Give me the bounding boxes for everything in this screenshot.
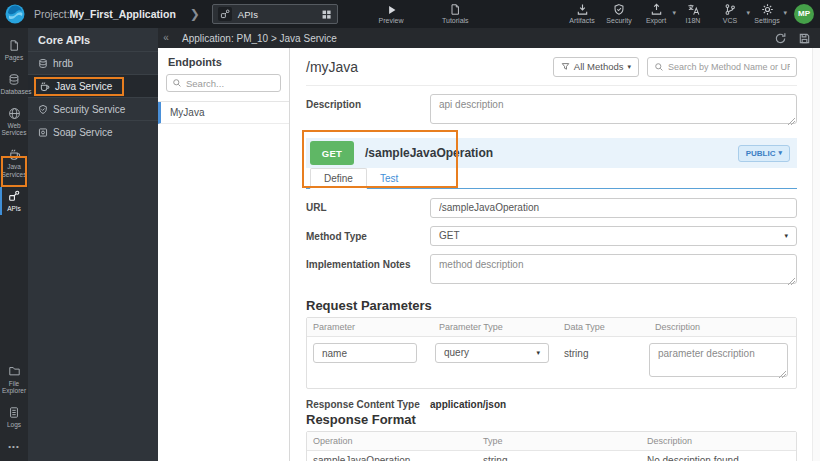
sidebar-item-pages[interactable]: Pages <box>0 35 28 65</box>
endpoints-title: Endpoints <box>158 48 289 74</box>
api-title: /myJava <box>306 59 358 75</box>
methods-filter-button[interactable]: All Methods ▾ <box>553 57 639 77</box>
tutorials-button[interactable]: Tutorials <box>442 3 469 24</box>
tab-test[interactable]: Test <box>367 169 411 188</box>
security-button[interactable]: Security <box>606 3 632 24</box>
upload-icon <box>650 3 663 16</box>
response-content-type-label: Response Content Type <box>306 399 430 410</box>
main-content: /myJava All Methods ▾ Description api de… <box>290 48 812 461</box>
search-icon <box>654 62 664 72</box>
response-content-type-row: Response Content Type application/json <box>306 399 797 410</box>
translate-icon <box>687 3 700 16</box>
caret-down-icon: ▾ <box>783 9 787 17</box>
breadcrumb: Application: PM_10 > Java Service <box>182 33 337 44</box>
shield-icon <box>613 3 625 16</box>
method-type-label: Method Type <box>306 226 430 242</box>
coffee-icon <box>8 148 21 161</box>
application-crumb-bar: « Application: PM_10 > Java Service <box>158 28 820 48</box>
logs-icon <box>8 406 20 419</box>
java-service-annotation: Java Service <box>34 77 124 96</box>
parameter-name-input[interactable] <box>313 343 417 363</box>
url-row: URL <box>306 197 797 218</box>
caret-down-icon: ▾ <box>784 232 788 240</box>
apis-tab-label: APIs <box>238 9 315 20</box>
left-icon-rail: Pages Databases Web Services Java Servic… <box>0 28 28 461</box>
service-item-java-service[interactable]: Java Service <box>28 74 158 97</box>
url-input[interactable] <box>430 198 797 218</box>
service-item-hrdb[interactable]: hrdb <box>28 51 158 74</box>
i18n-button[interactable]: I18N <box>680 3 706 24</box>
rail-more-button[interactable]: ••• <box>8 436 19 461</box>
description-textarea[interactable]: api description <box>430 94 797 124</box>
app-window: Project:My_First_Application ❯ APIs Prev… <box>0 0 820 461</box>
response-content-type-value: application/json <box>430 399 506 410</box>
gear-icon <box>761 3 774 16</box>
response-format-header: Operation Type Description <box>307 432 796 451</box>
endpoint-item-myjava[interactable]: MyJava <box>158 102 289 124</box>
method-type-row: Method Type GET ▾ <box>306 226 797 246</box>
top-bar: Project:My_First_Application ❯ APIs Prev… <box>0 0 820 28</box>
refresh-icon[interactable] <box>774 32 787 45</box>
soap-service-icon <box>38 127 48 138</box>
service-item-security-service[interactable]: Security Service <box>28 97 158 120</box>
request-parameters-table: Parameter Parameter Type Data Type Descr… <box>306 317 797 389</box>
database-icon <box>38 58 48 69</box>
branch-icon <box>724 3 736 16</box>
shield-icon <box>38 104 48 115</box>
play-icon <box>386 3 397 16</box>
project-name[interactable]: Project:My_First_Application <box>34 8 176 20</box>
grid-icon[interactable] <box>321 9 332 20</box>
pages-icon <box>8 39 20 52</box>
caret-down-icon: ▾ <box>672 9 676 17</box>
visibility-button[interactable]: PUBLIC ▾ <box>738 145 790 162</box>
save-icon[interactable] <box>798 32 811 45</box>
wavemaker-logo-icon[interactable] <box>5 4 25 24</box>
implementation-notes-textarea[interactable]: method description <box>430 254 797 284</box>
description-row: Description api description <box>306 94 797 128</box>
preview-button[interactable]: Preview <box>378 3 404 24</box>
databases-icon <box>8 73 20 86</box>
settings-button[interactable]: ▾ Settings <box>754 3 780 24</box>
implementation-notes-row: Implementation Notes method description <box>306 254 797 288</box>
request-parameters-header: Parameter Parameter Type Data Type Descr… <box>307 318 796 337</box>
url-label: URL <box>306 197 430 213</box>
apis-icon <box>8 190 20 203</box>
endpoints-list: MyJava <box>158 101 289 124</box>
method-type-select[interactable]: GET ▾ <box>430 226 797 246</box>
sidebar-item-logs[interactable]: Logs <box>0 402 28 432</box>
caret-down-icon: ▾ <box>627 63 631 71</box>
vcs-button[interactable]: ▾ VCS <box>717 3 743 24</box>
topbar-right-actions: Artifacts Security ▾ Export I18N ▾ VCS <box>569 3 814 24</box>
folder-icon <box>8 365 21 378</box>
sidebar-item-file-explorer[interactable]: File Explorer <box>0 361 28 399</box>
operation-tabs: Define Test <box>306 168 797 189</box>
filter-icon <box>561 62 570 71</box>
method-search[interactable] <box>647 57 797 77</box>
caret-down-icon: ▾ <box>778 149 782 157</box>
sidebar-item-apis[interactable]: APIs <box>0 186 28 216</box>
method-badge[interactable]: GET <box>310 141 354 165</box>
content-scrollbar[interactable] <box>812 48 820 461</box>
artifacts-button[interactable]: Artifacts <box>569 3 595 24</box>
search-icon <box>172 78 182 88</box>
operation-row: GET /sampleJavaOperation PUBLIC ▾ <box>306 138 797 168</box>
response-type: string <box>477 451 641 461</box>
collapse-panel-icon[interactable]: « <box>158 28 174 48</box>
export-button[interactable]: ▾ Export <box>643 3 669 24</box>
sidebar-item-databases[interactable]: Databases <box>0 69 28 99</box>
service-item-soap-service[interactable]: Soap Service <box>28 120 158 143</box>
method-search-input[interactable] <box>668 62 790 72</box>
response-description: No description found <box>641 451 796 461</box>
parameter-description-textarea[interactable]: parameter description <box>649 343 788 377</box>
sidebar-item-web-services[interactable]: Web Services <box>0 103 28 141</box>
sidebar-item-java-services[interactable]: Java Services <box>0 144 28 182</box>
endpoints-search-input[interactable] <box>186 78 275 89</box>
user-avatar[interactable]: MP <box>794 4 814 24</box>
endpoints-search[interactable] <box>166 74 281 92</box>
apis-workspace-tab[interactable]: APIs <box>212 4 338 24</box>
tab-define[interactable]: Define <box>310 168 367 189</box>
response-format-table: Operation Type Description sampleJavaOpe… <box>306 431 797 461</box>
parameter-type-select[interactable]: query ▾ <box>435 343 549 363</box>
apis-tab-icon <box>218 7 232 21</box>
description-label: Description <box>306 94 430 110</box>
